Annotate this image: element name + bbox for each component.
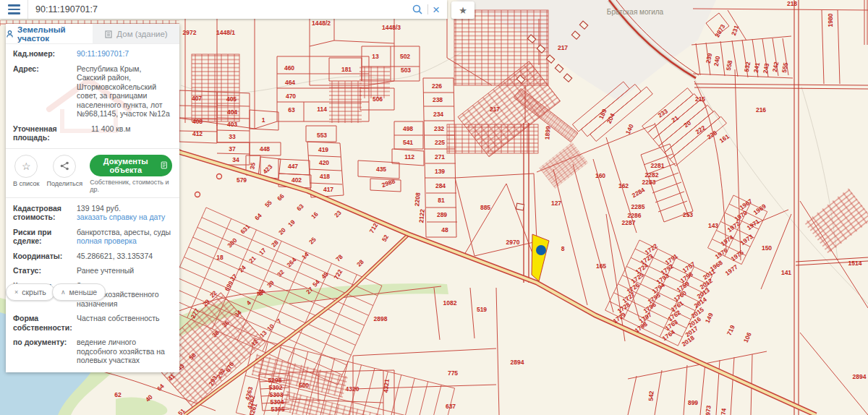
- map-parcel-label: 2898: [374, 315, 388, 322]
- tab-building[interactable]: Дом (здание): [93, 24, 179, 43]
- map-parcel-label: 541: [403, 139, 413, 146]
- map-parcel-label: 5302: [269, 384, 283, 391]
- map-parcel-label: 2285: [631, 203, 645, 210]
- order-certificate-link[interactable]: заказать справку на дату: [77, 213, 172, 222]
- hide-panel-button[interactable]: × скрыть: [6, 283, 55, 301]
- field-deal-risks: Риски при сделке: банкротства, аресты, с…: [13, 228, 172, 246]
- map-parcel-label: 1448/3: [382, 24, 401, 31]
- map-parcel-label: 216: [756, 106, 766, 114]
- field-by-document: по документу: ведение личного подсобного…: [13, 338, 172, 365]
- field-value: Ранее учтенный: [77, 266, 172, 275]
- map-parcel-label: 225: [435, 139, 445, 146]
- map-parcel-label: 232: [434, 125, 444, 132]
- map-parcel-label: 114: [317, 106, 327, 113]
- search-input[interactable]: 90:11:190701:7: [28, 4, 412, 14]
- favorites-button[interactable]: ★: [451, 1, 475, 19]
- map-parcel-label: 542: [647, 390, 655, 401]
- map-parcel-label: 112: [404, 153, 414, 161]
- map-parcel-label: 5304: [271, 398, 284, 406]
- map-parcel-label: 519: [477, 306, 487, 313]
- map-parcel-label: 460: [284, 64, 294, 72]
- map-parcel-label: 253: [683, 211, 693, 218]
- document-icon: [161, 161, 168, 170]
- map-parcel-label: 420: [319, 159, 329, 166]
- map-parcel-label: 271: [435, 153, 445, 161]
- field-label: Кад.номер:: [13, 49, 77, 59]
- map-parcel-label: 238: [433, 96, 443, 103]
- parcel-info-panel: Земельный участок Дом (здание) Кад.номер…: [6, 24, 179, 372]
- share-button[interactable]: Поделиться: [46, 155, 82, 187]
- map-parcel-label: 63: [288, 106, 295, 114]
- map-parcel-label: 405: [226, 95, 237, 103]
- land-parcel-icon: [6, 30, 14, 38]
- field-status: Статус: Ранее учтенный: [13, 266, 172, 275]
- share-icon: [60, 161, 69, 171]
- map-parcel-label: 234: [433, 111, 443, 118]
- map-parcel-label: 289: [437, 211, 447, 218]
- map-parcel-label: 2970: [506, 239, 520, 246]
- map-parcel-label: 1: [262, 116, 265, 124]
- map-parcel-label: 2208: [413, 192, 422, 207]
- map-parcel-label: 2283: [642, 179, 656, 186]
- map-parcel-label: 885: [480, 204, 490, 211]
- field-label: Адрес:: [13, 64, 77, 119]
- map-parcel-label: 506: [373, 95, 383, 103]
- map-parcel-label: 284: [435, 182, 446, 189]
- map-parcel-label: 973: [704, 405, 712, 415]
- map-parcel-label: 2282: [645, 171, 659, 179]
- map-parcel-label: 579: [237, 176, 247, 184]
- field-label: Кадастровая стоимость:: [13, 204, 77, 222]
- map-parcel-label: 498: [403, 125, 413, 132]
- button-label: скрыть: [22, 288, 46, 296]
- divider: [427, 4, 428, 14]
- show-less-button[interactable]: ∧ меньше: [52, 283, 106, 301]
- field-label: Координаты:: [13, 252, 77, 261]
- field-label: Статус:: [13, 266, 77, 275]
- search-bar: 90:11:190701:7 ×: [0, 0, 447, 19]
- map-parcel-label: 1448/1: [216, 29, 235, 36]
- map-parcel-label: 143: [708, 222, 718, 229]
- search-icon[interactable]: [412, 4, 423, 15]
- map-parcel-label: 407: [192, 95, 202, 102]
- map-parcel-label: 404: [227, 108, 237, 116]
- map-parcel-label: 141: [781, 269, 791, 276]
- map-parcel-label: 447: [288, 163, 298, 170]
- field-value: банкротства, аресты, суды: [77, 228, 172, 237]
- map-parcel-label: 2287: [622, 219, 636, 226]
- map-parcel-label: 408: [192, 118, 203, 125]
- tab-land-parcel[interactable]: Земельный участок: [6, 24, 93, 43]
- tab-label: Земельный участок: [17, 25, 93, 43]
- button-caption: Собственник, стоимость и др.: [90, 179, 172, 193]
- divider: [6, 197, 179, 198]
- map-parcel-label: 215: [695, 95, 705, 103]
- map-parcel-label: 412: [192, 130, 203, 137]
- field-value: ведение личного подсобного хозяйства на …: [77, 338, 172, 365]
- collapse-icon: ∧: [61, 288, 66, 296]
- full-check-link[interactable]: полная проверка: [77, 236, 172, 246]
- map-parcel-label: 419: [318, 146, 328, 153]
- map-parcel-label: 18: [216, 254, 224, 261]
- area-value: 11 400 кв.м: [91, 124, 172, 142]
- map-parcel-label: 4321: [382, 379, 391, 393]
- map-parcel-label: 500: [299, 382, 309, 389]
- map-parcel-label: 5298: [268, 377, 282, 384]
- map-parcel-label: 8: [561, 245, 565, 252]
- cad-number-link[interactable]: 90:11:190701:7: [77, 49, 129, 58]
- map-parcel-label: 435: [376, 166, 386, 173]
- button-label: Поделиться: [46, 180, 82, 187]
- selected-parcel-marker[interactable]: [536, 245, 546, 255]
- map-parcel-label: 1514: [848, 260, 862, 267]
- map-parcel-label: 448: [260, 145, 270, 153]
- add-to-list-button[interactable]: ☆ В список: [13, 155, 39, 187]
- map-parcel-label: 2281: [651, 162, 665, 169]
- field-label: по документу:: [13, 338, 77, 365]
- map-parcel-label: Братская могила: [607, 8, 664, 16]
- map-parcel-label: 165: [596, 262, 606, 270]
- object-documents-button[interactable]: Документы объекта: [90, 155, 172, 176]
- field-label: Уточненная площадь:: [13, 124, 91, 142]
- clear-search-icon[interactable]: ×: [433, 4, 440, 16]
- map-parcel-label: 226: [432, 82, 442, 90]
- field-address: Адрес: Республика Крым, Сакский район, Ш…: [13, 64, 172, 119]
- menu-button[interactable]: [0, 0, 28, 19]
- map-parcel-label: 150: [762, 244, 772, 252]
